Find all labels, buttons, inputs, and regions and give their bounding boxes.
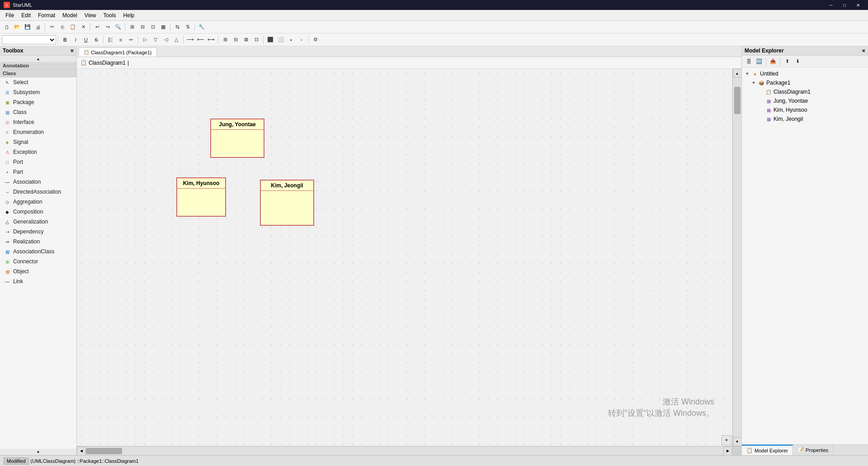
vscroll-track[interactable] — [733, 78, 741, 437]
toolbox-item-dependency[interactable]: Dependency — [0, 227, 76, 237]
toolbox-item-select[interactable]: Select — [0, 77, 76, 87]
vscroll-thumb[interactable] — [734, 87, 741, 114]
explorer-close-btn[interactable]: ✕ — [862, 48, 865, 53]
tb-extra-b[interactable]: ⊟ — [231, 35, 241, 45]
tree-node-kim-hyunsoo[interactable]: ▦ Kim, Hyunsoo — [744, 105, 866, 114]
vscroll-up[interactable]: ▲ — [733, 69, 742, 78]
print-button[interactable]: 🖨 — [33, 22, 43, 32]
toolbox-item-connector[interactable]: Connector — [0, 257, 76, 266]
expand-untitled[interactable]: ▼ — [745, 71, 750, 76]
save-button[interactable]: 💾 — [23, 22, 33, 32]
explorer-down-button[interactable]: ⬇ — [793, 57, 802, 67]
tb-shape-a[interactable]: ▷ — [140, 35, 150, 45]
tb-shape-c[interactable]: ◁ — [161, 35, 171, 45]
toolbox-item-composition[interactable]: Composition — [0, 207, 76, 217]
class-kim-hyunsoo[interactable]: Kim, Hyunsoo — [176, 177, 226, 217]
toolbox-item-link[interactable]: Link — [0, 276, 76, 286]
tb-btn-a[interactable]: ⊞ — [127, 22, 137, 32]
tab-properties[interactable]: 📝 Properties — [793, 445, 833, 455]
tb-btn-b[interactable]: ⊟ — [137, 22, 147, 32]
bold-button[interactable]: B — [60, 35, 70, 45]
toolbox-item-generalization[interactable]: Generalization — [0, 217, 76, 227]
toolbox-item-directed-association[interactable]: DirectedAssociation — [0, 187, 76, 197]
close-button[interactable]: ✕ — [852, 1, 864, 9]
toolbox-item-exception[interactable]: Exception — [0, 147, 76, 157]
strikethrough-button[interactable]: S — [91, 35, 101, 45]
find-button[interactable]: 🔍 — [113, 22, 123, 32]
toolbox-item-realization[interactable]: Realization — [0, 237, 76, 247]
tb-shape-b[interactable]: ▽ — [151, 35, 160, 45]
tb-group-b[interactable]: ⬜ — [276, 35, 286, 45]
modified-badge[interactable]: Modified — [4, 457, 29, 465]
tb-btn-g[interactable]: 🔧 — [197, 22, 207, 32]
align-left-button[interactable]: ⬱ — [105, 35, 115, 45]
tb-line-b[interactable]: ⟵ — [196, 35, 206, 45]
underline-button[interactable]: U — [81, 35, 91, 45]
explorer-up-button[interactable]: ⬆ — [782, 57, 792, 67]
toolbox-scroll-down[interactable]: ▼ — [0, 449, 76, 455]
toolbox-item-package[interactable]: Package — [0, 97, 76, 107]
toolbox-item-association[interactable]: Association — [0, 177, 76, 187]
tb-btn-d[interactable]: ▦ — [158, 22, 168, 32]
tree-node-kim-jeongil[interactable]: ▦ Kim, Jeongil — [744, 114, 866, 124]
tb-extra-c[interactable]: ⊠ — [241, 35, 251, 45]
diagram-tab-classdiagram1[interactable]: 📋 ClassDiagram1 (Package1) — [79, 48, 157, 57]
toolbox-item-object[interactable]: Object — [0, 266, 76, 276]
toolbox-item-port[interactable]: Port — [0, 157, 76, 167]
toolbox-item-aggregation[interactable]: Aggregation — [0, 197, 76, 207]
class-kim-jeongil[interactable]: Kim, Jeongil — [260, 180, 314, 226]
undo-button[interactable]: ↩ — [92, 22, 102, 32]
toolbox-item-association-class[interactable]: AssociationClass — [0, 247, 76, 257]
tab-model-explorer[interactable]: 📋 Model Explorer — [742, 445, 793, 455]
redo-button[interactable]: ↪ — [103, 22, 113, 32]
hscroll-right[interactable]: ▶ — [723, 447, 732, 456]
tb-group-a[interactable]: ⬛ — [265, 35, 275, 45]
minimize-button[interactable]: ─ — [825, 1, 837, 9]
copy-button[interactable]: ⎘ — [57, 22, 67, 32]
tree-node-untitled[interactable]: ▼ ● Untitled — [744, 69, 866, 78]
toolbox-item-enumeration[interactable]: Enumeration — [0, 127, 76, 137]
tb-shape-d[interactable]: △ — [171, 35, 181, 45]
toolbox-item-subsystem[interactable]: Subsystem — [0, 87, 76, 97]
toolbox-close[interactable]: ✕ — [70, 48, 74, 53]
tb-group-d[interactable]: ▫ — [297, 35, 307, 45]
menu-model[interactable]: Model — [59, 11, 81, 19]
tb-extra-d[interactable]: ⊡ — [251, 35, 261, 45]
toolbox-scroll-up[interactable]: ▲ — [0, 56, 76, 62]
toolbox-item-signal[interactable]: Signal — [0, 137, 76, 147]
expand-package1[interactable]: ▼ — [751, 80, 756, 86]
zoom-button[interactable]: + — [722, 435, 731, 445]
tb-line-c[interactable]: ⟷ — [206, 35, 216, 45]
tree-node-classdiagram1[interactable]: 📋 ClassDiagram1 — [744, 87, 866, 96]
hscroll-left[interactable]: ◀ — [77, 447, 86, 456]
explorer-tb-a[interactable]: 🗄 — [744, 57, 754, 67]
menu-help[interactable]: Help — [120, 11, 138, 19]
menu-edit[interactable]: Edit — [18, 11, 34, 19]
toolbox-item-class[interactable]: Class — [0, 107, 76, 117]
tb-btn-c[interactable]: ⊡ — [148, 22, 158, 32]
tb-misc-a[interactable]: ⚙ — [311, 35, 321, 45]
hscroll-thumb[interactable] — [86, 448, 122, 454]
tb-extra-a[interactable]: ⊞ — [220, 35, 230, 45]
canvas-area[interactable]: Jung, Yoontae Kim, Hyunsoo Kim, Jeongil … — [77, 69, 741, 455]
cut-button[interactable]: ✂ — [47, 22, 57, 32]
class-jung-yoontae[interactable]: Jung, Yoontae — [210, 119, 264, 158]
tb-btn-f[interactable]: ⇅ — [183, 22, 193, 32]
tb-group-c[interactable]: ▪ — [286, 35, 296, 45]
toolbox-item-part[interactable]: Part — [0, 167, 76, 177]
align-right-button[interactable]: ⬰ — [126, 35, 136, 45]
menu-file[interactable]: File — [2, 11, 18, 19]
align-center-button[interactable]: ≡ — [116, 35, 126, 45]
tree-node-jung-yoontae[interactable]: ▦ Jung, Yoontae — [744, 96, 866, 105]
font-select[interactable] — [2, 35, 56, 44]
toolbox-item-interface[interactable]: Interface — [0, 117, 76, 127]
tb-btn-e[interactable]: ⇆ — [172, 22, 182, 32]
tree-node-package1[interactable]: ▼ 📦 Package1 — [744, 78, 866, 87]
hscroll-track[interactable] — [86, 448, 723, 454]
new-button[interactable]: 🗋 — [2, 22, 12, 32]
open-button[interactable]: 📂 — [12, 22, 22, 32]
menu-tools[interactable]: Tools — [100, 11, 120, 19]
delete-button[interactable]: ✕ — [78, 22, 88, 32]
explorer-tb-c[interactable]: 📤 — [768, 57, 778, 67]
menu-format[interactable]: Format — [34, 11, 59, 19]
